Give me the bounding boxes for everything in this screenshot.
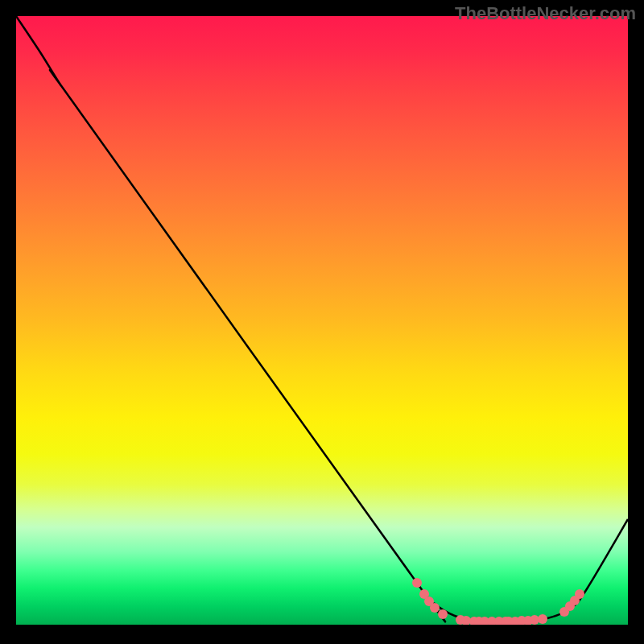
plot-gradient-area [16,16,628,625]
watermark-text: TheBottleNecker.com [455,3,636,24]
